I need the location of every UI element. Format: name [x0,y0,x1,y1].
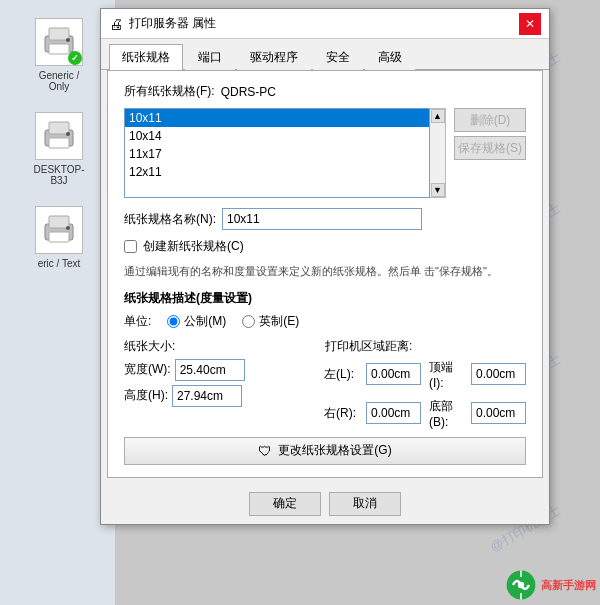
dialog-title-text: 打印服务器 属性 [129,15,519,32]
sidebar-label-desktop: DESKTOP-B3J [34,164,85,186]
server-name: QDRS-PC [221,85,276,99]
tab-bar: 纸张规格 端口 驱动程序 安全 高级 [101,39,549,70]
logo-main-text: 高新手游网 [541,578,596,593]
ok-button[interactable]: 确定 [249,492,321,516]
col-headers-row: 纸张大小: 打印机区域距离: [124,338,526,355]
width-row: 宽度(W): [124,359,324,381]
svg-rect-5 [49,122,69,134]
svg-rect-10 [49,232,69,242]
server-row: 所有纸张规格(F): QDRS-PC [124,83,526,100]
scroll-down-arrow[interactable]: ▼ [431,183,445,197]
right-input[interactable] [366,402,421,424]
units-row: 单位: 公制(M) 英制(E) [124,313,526,330]
sidebar-label-generic: Generic /Only [39,70,80,92]
height-row: 高度(H): [124,385,324,407]
description-text: 通过编辑现有的名称和度量设置来定义新的纸张规格。然后单 击"保存规格"。 [124,263,526,280]
left-row: 左(L): [324,359,421,390]
top-input[interactable] [471,363,526,385]
name-input[interactable] [222,208,422,230]
svg-rect-9 [49,216,69,228]
tab-paper[interactable]: 纸张规格 [109,44,183,70]
height-label: 高度(H): [124,387,168,404]
margin-label: 打印机区域距离: [325,339,412,353]
close-button[interactable]: ✕ [519,13,541,35]
margin-header: 打印机区域距离: [325,338,526,355]
svg-rect-2 [49,44,69,54]
shield-icon: 🛡 [258,443,272,459]
width-input[interactable] [175,359,245,381]
measurements-row: 宽度(W): 高度(H): 左(L): 顶端(I): [124,359,526,433]
logo-text: 高新手游网 [541,578,596,593]
right-row: 右(R): [324,398,421,429]
change-settings-button[interactable]: 🛡 更改纸张规格设置(G) [124,437,526,465]
top-row: 顶端(I): [429,359,526,390]
left-label: 左(L): [324,366,362,383]
paper-size-header: 纸张大小: [124,338,325,355]
paper-action-buttons: 删除(D) 保存规格(S) [454,108,526,198]
bottom-input[interactable] [471,402,526,424]
paper-size-label: 纸张大小: [124,339,175,353]
tab-advanced[interactable]: 高级 [365,44,415,70]
sidebar-label-erictext: eric / Text [38,258,81,269]
dialog-footer: 确定 取消 [101,484,549,524]
paper-size-col: 宽度(W): 高度(H): [124,359,324,433]
right-bottom-row: 右(R): 底部(B): [324,398,526,433]
right-label: 右(R): [324,405,362,422]
save-form-button[interactable]: 保存规格(S) [454,136,526,160]
server-label: 所有纸张规格(F): [124,83,215,100]
left-top-row: 左(L): 顶端(I): [324,359,526,394]
height-input[interactable] [172,385,242,407]
dialog-title-icon: 🖨 [109,16,123,32]
margin-col: 左(L): 顶端(I): 右(R): 底部(B): [324,359,526,433]
paper-listbox[interactable]: 10x11 10x14 11x17 12x11 [124,108,430,198]
cancel-button[interactable]: 取消 [329,492,401,516]
top-label: 顶端(I): [429,359,467,390]
width-label: 宽度(W): [124,361,171,378]
svg-point-11 [66,226,70,230]
svg-point-3 [66,38,70,42]
svg-rect-1 [49,28,69,40]
logo-icon [505,569,537,601]
printer-icon-erictext [35,206,83,254]
sidebar-item-erictext[interactable]: eric / Text [4,198,114,277]
sidebar: ✓ Generic /Only DESKTOP-B3J eric / Text [0,0,115,605]
print-server-dialog: 🖨 打印服务器 属性 ✕ 纸张规格 端口 驱动程序 安全 高级 所有纸张规格(F… [100,8,550,525]
list-item-1[interactable]: 10x14 [125,127,429,145]
sidebar-item-desktop[interactable]: DESKTOP-B3J [4,104,114,194]
dialog-body: 所有纸张规格(F): QDRS-PC 10x11 10x14 11x17 12x… [107,70,543,478]
change-btn-label: 更改纸张规格设置(G) [278,442,391,459]
left-input[interactable] [366,363,421,385]
tab-security[interactable]: 安全 [313,44,363,70]
sidebar-item-generic[interactable]: ✓ Generic /Only [4,10,114,100]
bottom-row: 底部(B): [429,398,526,429]
list-item-3[interactable]: 12x11 [125,163,429,181]
radio-metric-text: 公制(M) [184,313,226,330]
delete-button[interactable]: 删除(D) [454,108,526,132]
tab-driver[interactable]: 驱动程序 [237,44,311,70]
checkbox-label[interactable]: 创建新纸张规格(C) [143,238,244,255]
printer-icon-desktop [35,112,83,160]
scroll-up-arrow[interactable]: ▲ [431,109,445,123]
radio-imperial-label[interactable]: 英制(E) [242,313,299,330]
name-row: 纸张规格名称(N): [124,208,526,230]
paper-list-container: 10x11 10x14 11x17 12x11 ▲ ▼ 删除(D) 保存规格(S… [124,108,526,198]
section-header: 纸张规格描述(度量设置) [124,290,526,307]
radio-imperial-text: 英制(E) [259,313,299,330]
svg-point-13 [518,582,524,588]
dialog-titlebar: 🖨 打印服务器 属性 ✕ [101,9,549,39]
units-label: 单位: [124,313,151,330]
radio-metric-label[interactable]: 公制(M) [167,313,226,330]
list-item-2[interactable]: 11x17 [125,145,429,163]
bottom-label: 底部(B): [429,398,467,429]
radio-metric[interactable] [167,315,180,328]
list-item-0[interactable]: 10x11 [125,109,429,127]
name-label: 纸张规格名称(N): [124,211,216,228]
printer-icon-generic: ✓ [35,18,83,66]
radio-imperial[interactable] [242,315,255,328]
svg-rect-6 [49,138,69,148]
checkbox-row[interactable]: 创建新纸张规格(C) [124,238,526,255]
new-paper-checkbox[interactable] [124,240,137,253]
listbox-scrollbar[interactable]: ▲ ▼ [430,108,446,198]
tab-port[interactable]: 端口 [185,44,235,70]
svg-point-7 [66,132,70,136]
